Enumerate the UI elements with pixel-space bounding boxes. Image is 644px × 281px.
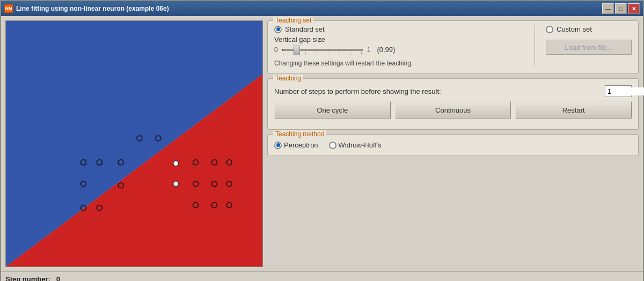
slider-value: (0,99) [377,46,395,54]
teaching-set-content: Standard set Vertical gap size 0 [274,25,632,67]
vertical-gap-label: Vertical gap size [274,35,325,43]
teaching-group-label: Teaching [273,75,303,82]
status-text: Step number: 0 [5,275,60,281]
maximize-button[interactable]: □ [615,3,627,14]
standard-set-radio[interactable] [274,26,282,33]
app-icon: NN [4,4,13,13]
one-cycle-button[interactable]: One cycle [274,101,391,119]
status-label: Step number: [5,275,50,281]
steps-label: Number of steps to perform before showin… [274,87,601,95]
title-bar: NN Line fitting using non-linear neuron … [1,1,643,16]
teaching-set-group: Teaching set Standard set Vertical gap s… [267,20,639,74]
canvas-area [5,20,263,267]
teaching-method-row: Perceptron Widrow-Hoff's [274,141,632,149]
minimize-button[interactable]: — [602,3,614,14]
slider-min: 0 [274,46,278,54]
perceptron-label: Perceptron [284,141,318,149]
custom-set-radio[interactable] [546,26,553,33]
teaching-set-left: Standard set Vertical gap size 0 [274,25,524,67]
right-panel: Teaching set Standard set Vertical gap s… [267,20,639,267]
teaching-method-group: Teaching method Perceptron Widrow-Hoff's [267,134,639,156]
svg-point-21 [173,161,179,166]
standard-set-row: Standard set [274,25,524,33]
steps-spinbox[interactable]: ▲ ▼ [605,85,632,97]
restart-button[interactable]: Restart [515,101,632,119]
custom-set-row: Custom set [546,25,632,33]
teaching-buttons-row: One cycle Continuous Restart [274,101,632,119]
perceptron-group: Perceptron [274,141,318,149]
teaching-set-right: Custom set Load from file... [546,25,632,67]
title-buttons: — □ ✕ [602,3,640,14]
continuous-button[interactable]: Continuous [395,101,511,119]
slider-control-row: 0 | | | | | [274,46,524,54]
teaching-method-label: Teaching method [273,130,326,138]
window-title: Line fitting using non-linear neuron (ex… [16,5,599,12]
main-window: NN Line fitting using non-linear neuron … [0,0,644,281]
svg-point-20 [173,181,179,187]
close-button[interactable]: ✕ [628,3,640,14]
slider-max: 1 [367,46,371,54]
status-value: 0 [56,275,60,281]
steps-row: Number of steps to perform before showin… [274,85,632,97]
standard-set-label: Standard set [285,25,325,33]
slider-row: Vertical gap size [274,35,524,43]
teaching-set-label: Teaching set [273,17,313,24]
hint-text: Changing these settings will restart the… [274,60,413,67]
steps-input[interactable] [605,87,644,95]
canvas-svg [6,21,262,267]
load-from-file-button[interactable]: Load from file... [546,40,632,55]
teaching-group: Teaching Number of steps to perform befo… [267,78,639,130]
custom-set-label: Custom set [557,25,592,33]
status-bar: Step number: 0 [1,271,643,281]
vertical-divider [535,25,535,67]
window-content: Teaching set Standard set Vertical gap s… [1,16,643,271]
widrow-hoff-label: Widrow-Hoff's [339,141,382,149]
widrow-hoff-radio[interactable] [329,142,336,149]
perceptron-radio[interactable] [274,142,282,149]
vertical-gap-slider[interactable]: | | | | | | | | [282,49,363,51]
widrow-hoff-group: Widrow-Hoff's [329,141,382,149]
